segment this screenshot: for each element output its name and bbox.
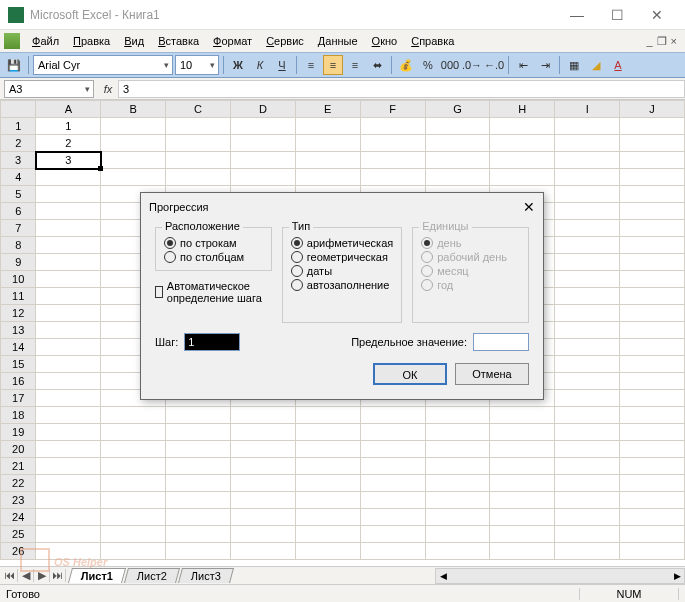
cell-A19[interactable]	[36, 424, 101, 441]
cell-D23[interactable]	[230, 492, 295, 509]
doc-minimize-button[interactable]: _	[646, 35, 652, 48]
dialog-titlebar[interactable]: Прогрессия ✕	[141, 193, 543, 221]
row-header-24[interactable]: 24	[1, 509, 36, 526]
cell-D18[interactable]	[230, 407, 295, 424]
percent-icon[interactable]: %	[418, 55, 438, 75]
italic-button[interactable]: К	[250, 55, 270, 75]
cell-D20[interactable]	[230, 441, 295, 458]
row-header-4[interactable]: 4	[1, 169, 36, 186]
cell-F22[interactable]	[360, 475, 425, 492]
row-header-7[interactable]: 7	[1, 220, 36, 237]
cell-C18[interactable]	[166, 407, 231, 424]
cell-D26[interactable]	[230, 543, 295, 560]
cell-J26[interactable]	[620, 543, 685, 560]
cell-J22[interactable]	[620, 475, 685, 492]
cell-A5[interactable]	[36, 186, 101, 203]
cell-E21[interactable]	[295, 458, 360, 475]
cell-J6[interactable]	[620, 203, 685, 220]
cell-C22[interactable]	[166, 475, 231, 492]
menu-tools[interactable]: Сервис	[260, 33, 310, 49]
row-header-10[interactable]: 10	[1, 271, 36, 288]
cell-G2[interactable]	[425, 135, 490, 152]
row-header-22[interactable]: 22	[1, 475, 36, 492]
cell-J15[interactable]	[620, 356, 685, 373]
column-header-F[interactable]: F	[360, 101, 425, 118]
row-header-12[interactable]: 12	[1, 305, 36, 322]
cell-G21[interactable]	[425, 458, 490, 475]
cell-I11[interactable]	[555, 288, 620, 305]
cell-A16[interactable]	[36, 373, 101, 390]
cell-J16[interactable]	[620, 373, 685, 390]
cell-J10[interactable]	[620, 271, 685, 288]
cell-J9[interactable]	[620, 254, 685, 271]
cell-H21[interactable]	[490, 458, 555, 475]
cell-C3[interactable]	[166, 152, 231, 169]
cell-G22[interactable]	[425, 475, 490, 492]
cell-E23[interactable]	[295, 492, 360, 509]
cell-H26[interactable]	[490, 543, 555, 560]
column-header-J[interactable]: J	[620, 101, 685, 118]
cell-G4[interactable]	[425, 169, 490, 186]
cell-G25[interactable]	[425, 526, 490, 543]
cell-H3[interactable]	[490, 152, 555, 169]
menu-insert[interactable]: Вставка	[152, 33, 205, 49]
row-header-21[interactable]: 21	[1, 458, 36, 475]
cell-A22[interactable]	[36, 475, 101, 492]
cell-J7[interactable]	[620, 220, 685, 237]
cell-A14[interactable]	[36, 339, 101, 356]
row-header-2[interactable]: 2	[1, 135, 36, 152]
cell-E26[interactable]	[295, 543, 360, 560]
cell-A17[interactable]	[36, 390, 101, 407]
cell-G3[interactable]	[425, 152, 490, 169]
cell-F20[interactable]	[360, 441, 425, 458]
cell-I15[interactable]	[555, 356, 620, 373]
cell-A20[interactable]	[36, 441, 101, 458]
sheet-tab-1[interactable]: Лист1	[68, 568, 126, 583]
cell-B18[interactable]	[101, 407, 166, 424]
cell-A24[interactable]	[36, 509, 101, 526]
cell-B3[interactable]	[101, 152, 166, 169]
cell-B20[interactable]	[101, 441, 166, 458]
row-header-16[interactable]: 16	[1, 373, 36, 390]
radio-dates[interactable]: даты	[291, 264, 393, 278]
column-header-G[interactable]: G	[425, 101, 490, 118]
cell-A1[interactable]: 1	[36, 118, 101, 135]
bold-button[interactable]: Ж	[228, 55, 248, 75]
decrease-indent-icon[interactable]: ⇤	[513, 55, 533, 75]
limit-input[interactable]	[473, 333, 529, 351]
cell-H19[interactable]	[490, 424, 555, 441]
cell-A13[interactable]	[36, 322, 101, 339]
decrease-decimal-icon[interactable]: ←.0	[484, 55, 504, 75]
cell-A2[interactable]: 2	[36, 135, 101, 152]
borders-icon[interactable]: ▦	[564, 55, 584, 75]
cell-H4[interactable]	[490, 169, 555, 186]
cell-H22[interactable]	[490, 475, 555, 492]
row-header-8[interactable]: 8	[1, 237, 36, 254]
comma-icon[interactable]: 000	[440, 55, 460, 75]
row-header-13[interactable]: 13	[1, 322, 36, 339]
cell-A12[interactable]	[36, 305, 101, 322]
cell-G19[interactable]	[425, 424, 490, 441]
cell-C19[interactable]	[166, 424, 231, 441]
column-header-C[interactable]: C	[166, 101, 231, 118]
row-header-26[interactable]: 26	[1, 543, 36, 560]
cell-J20[interactable]	[620, 441, 685, 458]
underline-button[interactable]: Ч	[272, 55, 292, 75]
cell-J24[interactable]	[620, 509, 685, 526]
cell-F26[interactable]	[360, 543, 425, 560]
cell-E1[interactable]	[295, 118, 360, 135]
cell-J19[interactable]	[620, 424, 685, 441]
cell-I7[interactable]	[555, 220, 620, 237]
font-color-icon[interactable]: A	[608, 55, 628, 75]
column-header-B[interactable]: B	[101, 101, 166, 118]
cell-B4[interactable]	[101, 169, 166, 186]
row-header-23[interactable]: 23	[1, 492, 36, 509]
cell-G26[interactable]	[425, 543, 490, 560]
radio-geometric[interactable]: геометрическая	[291, 250, 393, 264]
cell-J18[interactable]	[620, 407, 685, 424]
cell-A6[interactable]	[36, 203, 101, 220]
cell-I13[interactable]	[555, 322, 620, 339]
row-header-3[interactable]: 3	[1, 152, 36, 169]
dialog-close-icon[interactable]: ✕	[523, 199, 535, 215]
cell-B1[interactable]	[101, 118, 166, 135]
